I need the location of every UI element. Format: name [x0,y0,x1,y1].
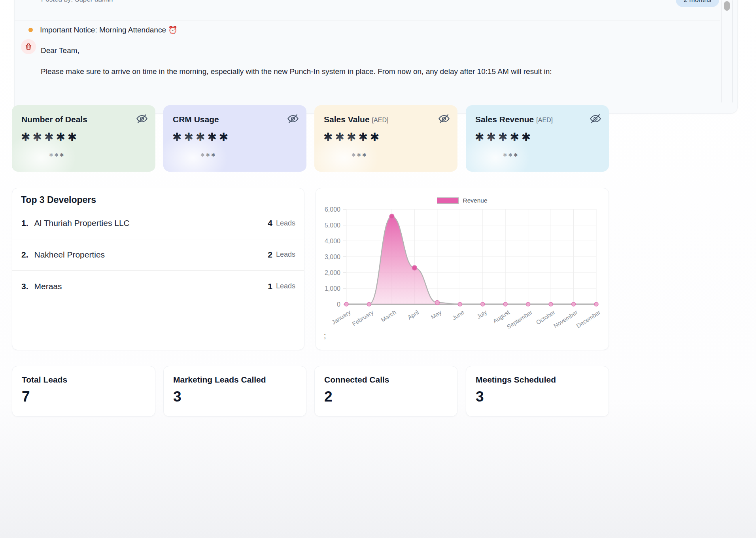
masked-subvalue: ✱✱✱ [200,152,216,158]
svg-text:4,000: 4,000 [325,238,340,244]
masked-subvalue: ✱✱✱ [503,152,519,158]
notice-age-badge: 2 months [676,0,719,7]
svg-text:5,000: 5,000 [325,222,340,229]
svg-text:January: January [331,309,352,326]
svg-text:November: November [552,309,579,329]
kpi-card-total-leads: Total Leads 7 [12,366,155,417]
eye-off-icon[interactable] [438,112,450,125]
kpi-card-marketing-leads-called: Marketing Leads Called 3 [163,366,306,417]
masked-value: ✱✱✱✱✱ [475,131,533,144]
list-item: 3. Meraas 1 Leads [12,271,304,302]
kpi-label: Total Leads [22,375,67,385]
lead-count: 4 [268,218,272,228]
eye-off-icon[interactable] [136,112,148,125]
stat-card-sales-value: Sales Value[AED] ✱✱✱✱✱ ✱✱✱ [314,105,457,172]
stat-card-unit: [AED] [372,117,389,123]
developer-name: Al Thuriah Properties LLC [34,218,130,228]
stat-card-title-text: CRM Usage [173,115,219,124]
lead-unit: Leads [276,250,295,259]
lead-count: 2 [268,250,272,260]
svg-text:2,000: 2,000 [325,269,340,276]
masked-subvalue: ✱✱✱ [352,152,367,158]
stat-card-crm-usage: CRM Usage ✱✱✱✱✱ ✱✱✱ [163,105,306,172]
stat-card-title: Number of Deals [21,115,90,124]
svg-text:May: May [429,309,442,320]
svg-text:February: February [351,309,374,327]
announcement-card: Posted by: Super admin 2 months Importan… [14,0,738,114]
kpi-value: 3 [476,388,484,405]
notice-body-text: Please make sure to arrive on time in th… [41,67,705,76]
svg-text:0: 0 [337,301,340,308]
revenue-chart-card: Revenue 01,0002,0003,0004,0005,0006,000J… [316,188,609,350]
stat-card-sales-revenue: Sales Revenue[AED] ✱✱✱✱✱ ✱✱✱ [466,105,609,172]
svg-text:1,000: 1,000 [325,285,340,292]
notice-title: Important Notice: Morning Attendance ⏰ [40,25,178,35]
lead-unit: Leads [276,282,295,290]
stat-card-unit: [AED] [536,117,553,123]
svg-text:6,000: 6,000 [325,206,340,213]
delete-notice-button[interactable] [21,39,36,54]
revenue-area-chart: 01,0002,0003,0004,0005,0006,000JanuaryFe… [316,188,609,350]
stat-card-number-of-deals: Number of Deals ✱✱✱✱✱ ✱✱✱ [12,105,155,172]
stat-card-title-text: Number of Deals [21,115,87,124]
svg-text:September: September [505,309,533,330]
stat-card-title-text: Sales Revenue [475,115,534,124]
kpi-card-meetings-scheduled: Meetings Scheduled 3 [466,366,609,417]
chart-footer-text: ; [324,332,326,340]
top-developers-card: Top 3 Developers 1. Al Thuriah Propertie… [12,188,304,350]
stat-card-title: CRM Usage [173,115,221,124]
masked-value: ✱✱✱✱✱ [172,131,231,144]
rank: 1. [21,218,28,228]
list-item: 1. Al Thuriah Properties LLC 4 Leads [12,208,304,239]
svg-text:April: April [406,309,420,321]
eye-off-icon[interactable] [287,112,299,125]
lead-unit: Leads [276,219,295,227]
list-item: 2. Nakheel Properties 2 Leads [12,239,304,271]
svg-text:December: December [575,309,601,329]
kpi-value: 3 [173,388,181,405]
eye-off-icon[interactable] [589,112,602,125]
bullet-dot-icon [28,28,33,32]
svg-text:July: July [476,309,488,320]
kpi-label: Meetings Scheduled [476,375,556,385]
lead-count: 1 [268,282,272,291]
kpi-label: Connected Calls [324,375,389,385]
masked-value: ✱✱✱✱✱ [323,131,382,144]
kpi-label: Marketing Leads Called [173,375,266,385]
top-developers-list: 1. Al Thuriah Properties LLC 4 Leads 2. … [12,208,304,302]
kpi-value: 7 [22,388,30,405]
svg-text:August: August [491,309,511,324]
trash-icon [25,43,32,51]
developer-name: Meraas [34,282,62,291]
kpi-card-connected-calls: Connected Calls 2 [314,366,457,417]
svg-text:June: June [451,309,465,321]
svg-text:March: March [380,309,397,323]
masked-subvalue: ✱✱✱ [49,152,65,158]
rank: 2. [21,250,28,260]
top-developers-title: Top 3 Developers [21,195,96,205]
notice-greeting: Dear Team, [41,46,79,55]
developer-name: Nakheel Properties [34,250,105,260]
divider [15,21,720,21]
kpi-value: 2 [324,388,333,405]
svg-text:3,000: 3,000 [325,254,340,260]
notice-scrollbar-track[interactable] [721,0,733,102]
posted-by-text: Posted by: Super admin [41,0,113,4]
stat-card-title: Sales Revenue[AED] [475,115,553,124]
stat-card-title-text: Sales Value [324,115,370,124]
stat-card-title: Sales Value[AED] [324,115,388,124]
masked-value: ✱✱✱✱✱ [21,131,79,144]
notice-scrollbar-thumb[interactable] [724,1,730,11]
rank: 3. [21,282,28,291]
